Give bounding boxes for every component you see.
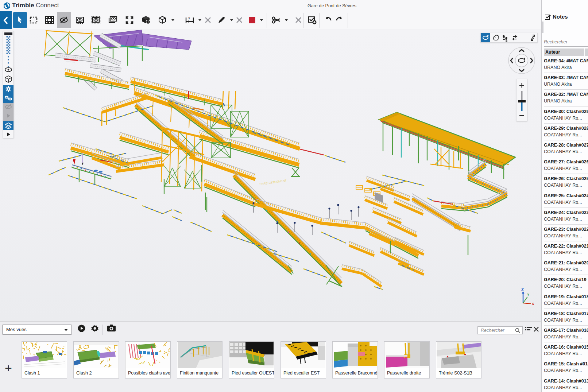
svg-text:x: x <box>188 16 190 20</box>
svg-text:Y: Y <box>527 293 529 296</box>
svg-text:X: X <box>532 302 534 305</box>
svg-text:ENREGISTREMENT: ENREGISTREMENT <box>259 179 287 186</box>
svg-text:Z: Z <box>521 287 524 292</box>
